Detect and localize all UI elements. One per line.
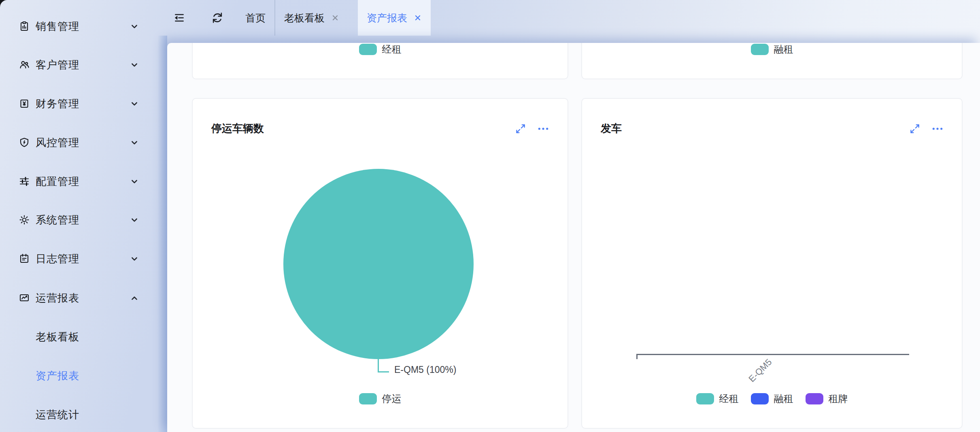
logs-journal-icon	[19, 253, 30, 264]
sidebar-item-label: 系统管理	[36, 213, 79, 227]
legend-item[interactable]: 租牌	[806, 392, 848, 405]
card-top-left-partial: 经租	[192, 43, 568, 79]
tab-bar: 首页 老板看板 资产报表	[162, 0, 980, 36]
sidebar-item-reports[interactable]: 运营报表	[0, 279, 162, 317]
legend-label: 停运	[382, 392, 402, 405]
close-icon[interactable]	[414, 14, 422, 22]
tab-label: 资产报表	[367, 11, 407, 25]
menu-fold-icon[interactable]	[173, 12, 185, 24]
legend-swatch	[359, 393, 377, 404]
legend-row: 融租	[582, 43, 962, 56]
tab-label: 老板看板	[284, 11, 325, 25]
sidebar-item-customers[interactable]: 客户管理	[0, 45, 162, 84]
sidebar-subitem-operation-stats[interactable]: 运营统计	[0, 395, 162, 432]
legend-label: 经租	[719, 392, 739, 405]
sales-clipboard-chart-icon	[19, 21, 30, 32]
sidebar-item-sales[interactable]: 销售管理	[0, 7, 162, 46]
legend-item[interactable]: 融租	[751, 392, 793, 405]
app-root: 销售管理 客户管理 财务	[0, 0, 980, 432]
legend-item[interactable]: 停运	[359, 392, 402, 405]
tab-asset-report[interactable]: 资产报表	[358, 0, 431, 36]
chevron-up-icon	[130, 294, 138, 302]
x-axis-category-label: E-QM5	[739, 349, 782, 392]
card-stopped-vehicles: 停运车辆数 E-QM5 (100%) 停运	[192, 98, 568, 429]
legend-item[interactable]: 融租	[751, 43, 793, 56]
sidebar-item-risk[interactable]: 风控管理	[0, 123, 162, 162]
sidebar-item-label: 配置管理	[36, 175, 79, 189]
card-top-right-partial: 融租	[581, 43, 963, 79]
sidebar-subitem-label: 老板看板	[36, 330, 79, 344]
sidebar-item-label: 风控管理	[36, 136, 79, 150]
legend-swatch	[806, 393, 823, 404]
chevron-down-icon	[130, 100, 138, 108]
sidebar-subitem-label: 运营统计	[36, 408, 79, 422]
sidebar-item-config[interactable]: 配置管理	[0, 162, 162, 201]
sidebar-subitem-boss-board[interactable]: 老板看板	[0, 317, 162, 356]
expand-icon[interactable]	[909, 123, 920, 134]
sidebar-subitem-label: 资产报表	[36, 369, 79, 383]
card-title: 停运车辆数	[211, 121, 264, 136]
tab-label: 首页	[245, 11, 266, 25]
legend-label: 融租	[774, 392, 793, 405]
card-dispatch: 发车 E-QM5 经租	[581, 98, 963, 429]
chevron-down-icon	[130, 177, 138, 185]
expand-icon[interactable]	[515, 123, 526, 134]
legend-item[interactable]: 经租	[696, 392, 739, 405]
x-axis-tick	[636, 354, 638, 359]
sidebar-item-label: 运营报表	[36, 291, 79, 305]
legend-label: 租牌	[829, 392, 848, 405]
content-panel: 经租 融租 停运车辆数	[167, 43, 980, 432]
chevron-down-icon	[130, 138, 138, 147]
legend-item[interactable]: 经租	[359, 43, 402, 56]
pie-label-leader-line	[378, 357, 379, 372]
chevron-down-icon	[130, 216, 138, 224]
reports-chart-board-icon	[19, 292, 30, 304]
finance-yuan-icon	[19, 98, 30, 109]
legend-row: 经租	[193, 43, 568, 56]
sidebar-subitem-asset-report[interactable]: 资产报表	[0, 356, 162, 395]
risk-shield-bolt-icon	[19, 137, 30, 148]
chevron-down-icon	[130, 255, 138, 263]
legend-swatch	[359, 44, 377, 55]
legend-label: 经租	[382, 43, 402, 56]
legend-swatch	[751, 44, 769, 55]
sidebar-item-system[interactable]: 系统管理	[0, 200, 162, 239]
sidebar-item-finance[interactable]: 财务管理	[0, 84, 162, 123]
tab-boss-board[interactable]: 老板看板	[275, 0, 348, 36]
system-gear-icon	[19, 214, 30, 226]
legend-row: 经租 融租 租牌	[582, 392, 962, 405]
sidebar-item-label: 日志管理	[36, 252, 79, 266]
customers-people-icon	[19, 59, 30, 70]
ellipsis-icon[interactable]	[538, 123, 549, 134]
pie-data-label: E-QM5 (100%)	[394, 364, 456, 375]
config-sliders-icon	[19, 176, 30, 187]
sidebar-item-label: 销售管理	[36, 19, 79, 34]
sidebar-item-label: 客户管理	[36, 58, 79, 72]
sidebar-item-logs[interactable]: 日志管理	[0, 239, 162, 278]
chevron-down-icon	[130, 61, 138, 69]
close-icon[interactable]	[331, 14, 339, 22]
chevron-down-icon	[130, 22, 138, 30]
tab-home[interactable]: 首页	[236, 0, 275, 36]
pie-label-leader-line	[378, 371, 389, 372]
sidebar-content-shadow	[157, 36, 167, 432]
card-title: 发车	[601, 121, 622, 136]
refresh-icon[interactable]	[211, 12, 223, 24]
legend-label: 融租	[774, 43, 793, 56]
sidebar-item-label: 财务管理	[36, 97, 79, 111]
legend-swatch	[696, 393, 714, 404]
ellipsis-icon[interactable]	[932, 123, 943, 134]
legend-swatch	[751, 393, 769, 404]
sidebar: 销售管理 客户管理 财务	[0, 0, 162, 432]
legend-row: 停运	[193, 392, 568, 405]
pie-slice-eqm5[interactable]	[283, 169, 474, 359]
